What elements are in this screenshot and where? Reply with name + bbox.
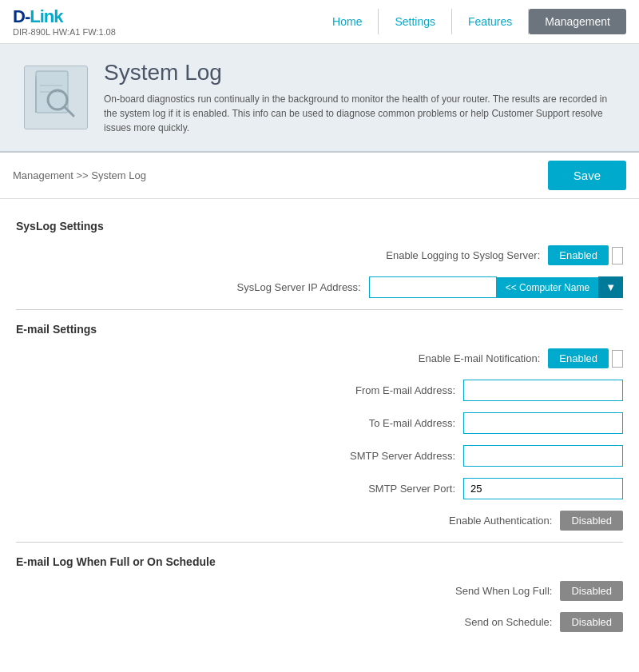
send-full-row: Send When Log Full: Disabled — [16, 581, 623, 601]
smtp-port-row: SMTP Server Port: — [16, 478, 623, 499]
enable-syslog-label: Enable Logging to Syslog Server: — [380, 249, 540, 261]
hero-banner: System Log On-board diagnostics run cont… — [0, 44, 639, 153]
auth-toggle[interactable]: Disabled — [560, 511, 623, 531]
syslog-ip-group: << Computer Name ▼ — [369, 276, 623, 298]
to-email-row: To E-mail Address: — [16, 412, 623, 434]
to-email-label: To E-mail Address: — [296, 417, 455, 429]
auth-label: Enable Authentication: — [392, 515, 552, 527]
logo: D-Link — [13, 6, 116, 27]
smtp-port-label: SMTP Server Port: — [296, 483, 455, 495]
from-email-label: From E-mail Address: — [296, 384, 455, 396]
smtp-port-input[interactable] — [463, 478, 623, 499]
breadcrumb-bar: Management >> System Log Save — [0, 153, 639, 199]
enable-syslog-row: Enable Logging to Syslog Server: Enabled — [16, 245, 623, 265]
nav-settings[interactable]: Settings — [379, 9, 452, 34]
syslog-toggle-slider — [612, 247, 623, 264]
content-area: SysLog Settings Enable Logging to Syslog… — [0, 199, 639, 656]
computer-name-button[interactable]: << Computer Name — [497, 277, 598, 298]
smtp-address-row: SMTP Server Address: — [16, 445, 623, 467]
syslog-section-title: SysLog Settings — [16, 220, 623, 233]
send-full-label: Send When Log Full: — [392, 585, 552, 597]
enable-email-label: Enable E-mail Notification: — [380, 352, 540, 364]
nav-features[interactable]: Features — [452, 9, 529, 34]
auth-toggle-group: Disabled — [560, 511, 623, 531]
logo-area: D-Link DIR-890L HW:A1 FW:1.08 — [13, 6, 116, 37]
main-nav: Home Settings Features Management — [316, 9, 626, 34]
system-log-icon — [32, 70, 80, 125]
email-section-title: E-mail Settings — [16, 323, 623, 336]
send-full-toggle-group: Disabled — [560, 581, 623, 601]
enable-email-toggle[interactable]: Enabled — [548, 348, 609, 368]
hero-description: On-board diagnostics run continually in … — [104, 92, 615, 135]
enable-syslog-toggle[interactable]: Enabled — [548, 245, 609, 265]
send-schedule-toggle[interactable]: Disabled — [560, 612, 623, 632]
from-email-row: From E-mail Address: — [16, 380, 623, 401]
send-full-toggle[interactable]: Disabled — [560, 581, 623, 601]
email-log-section-title: E-mail Log When Full or On Schedule — [16, 555, 623, 568]
logo-subtitle: DIR-890L HW:A1 FW:1.08 — [13, 27, 116, 37]
send-schedule-toggle-group: Disabled — [560, 612, 623, 632]
from-email-input[interactable] — [463, 380, 623, 401]
smtp-address-label: SMTP Server Address: — [296, 450, 455, 462]
email-toggle-slider — [612, 350, 623, 368]
hero-text: System Log On-board diagnostics run cont… — [104, 60, 615, 135]
nav-management[interactable]: Management — [529, 9, 626, 34]
header: D-Link DIR-890L HW:A1 FW:1.08 Home Setti… — [0, 0, 639, 44]
syslog-ip-label: SysLog Server IP Address: — [201, 281, 361, 293]
enable-syslog-toggle-group: Enabled — [548, 245, 623, 265]
enable-email-row: Enable E-mail Notification: Enabled — [16, 348, 623, 368]
save-button[interactable]: Save — [548, 161, 626, 190]
computer-name-dropdown-button[interactable]: ▼ — [598, 276, 623, 298]
nav-home[interactable]: Home — [316, 9, 379, 34]
smtp-address-input[interactable] — [463, 445, 623, 467]
breadcrumb: Management >> System Log — [13, 169, 146, 181]
send-schedule-row: Send on Schedule: Disabled — [16, 612, 623, 632]
hero-icon — [24, 66, 88, 129]
enable-email-toggle-group: Enabled — [548, 348, 623, 368]
auth-row: Enable Authentication: Disabled — [16, 511, 623, 531]
send-schedule-label: Send on Schedule: — [392, 616, 552, 628]
syslog-divider — [16, 309, 623, 310]
to-email-input[interactable] — [463, 412, 623, 434]
syslog-ip-input[interactable] — [369, 276, 497, 298]
syslog-ip-row: SysLog Server IP Address: << Computer Na… — [16, 276, 623, 298]
page-title: System Log — [104, 60, 615, 85]
email-divider — [16, 542, 623, 543]
